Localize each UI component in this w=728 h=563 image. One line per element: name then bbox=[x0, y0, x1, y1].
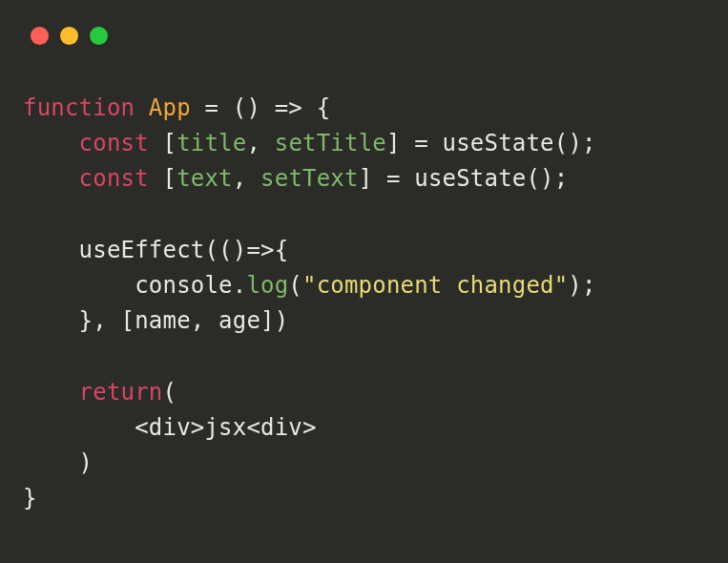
keyword-const: const bbox=[79, 130, 149, 156]
identifier-settitle: setTitle bbox=[275, 130, 386, 156]
close-icon[interactable] bbox=[31, 27, 49, 45]
code-text: useState(); bbox=[414, 165, 568, 192]
identifier-title: title bbox=[177, 130, 246, 156]
code-block: function App = () => { const [title, set… bbox=[0, 45, 728, 539]
jsx-content: <div>jsx<div> bbox=[135, 414, 316, 441]
keyword-function: function bbox=[23, 94, 135, 121]
method-log: log bbox=[246, 272, 288, 299]
code-text: } bbox=[23, 485, 37, 511]
code-text: useState(); bbox=[443, 130, 596, 156]
keyword-const: const bbox=[79, 165, 149, 192]
code-text: = () => { bbox=[191, 94, 331, 121]
code-text: useEffect(()=>{ bbox=[79, 237, 289, 263]
function-name: App bbox=[149, 94, 191, 121]
code-editor-window: function App = () => { const [title, set… bbox=[0, 0, 728, 563]
minimize-icon[interactable] bbox=[60, 27, 78, 45]
string-literal: "component changed" bbox=[302, 272, 568, 299]
keyword-return: return bbox=[79, 379, 163, 406]
window-titlebar bbox=[0, 0, 728, 45]
identifier-settext: setText bbox=[260, 165, 359, 192]
code-text: ) bbox=[79, 449, 94, 476]
identifier-text: text bbox=[177, 165, 233, 192]
zoom-icon[interactable] bbox=[90, 27, 108, 45]
code-text: console bbox=[135, 272, 233, 299]
code-text: }, [name, age]) bbox=[79, 307, 289, 334]
